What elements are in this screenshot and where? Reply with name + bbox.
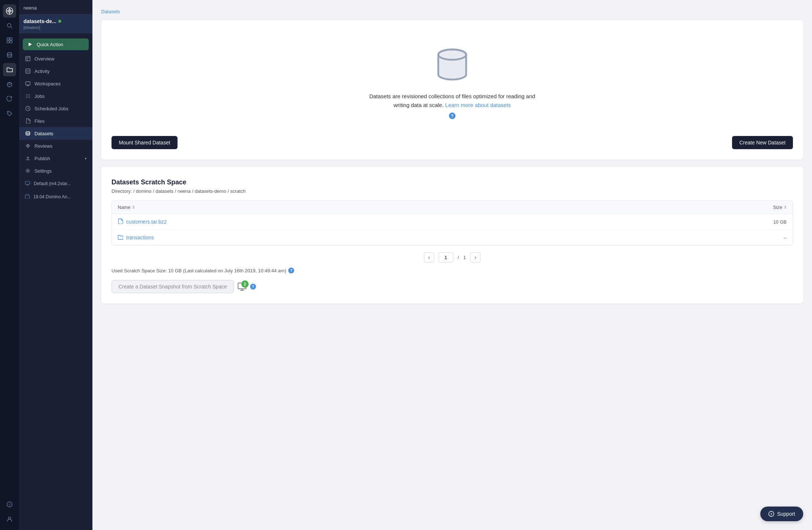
file-link-customers[interactable]: customers.tar.bz2 [118, 218, 167, 225]
nav-quick-action[interactable]: Quick Action [23, 38, 89, 50]
scheduled-jobs-icon [25, 106, 31, 111]
size-sort-icon: ⇕ [784, 205, 787, 209]
breadcrumb[interactable]: Datasets [101, 9, 803, 14]
project-block[interactable]: datasets-de... [Ideation] [19, 15, 92, 33]
svg-text:?: ? [770, 512, 772, 516]
cube-icon-sidebar[interactable] [3, 78, 16, 91]
nav-settings[interactable]: Settings [19, 165, 92, 177]
svg-point-43 [28, 146, 29, 147]
table-row: transactions -- [112, 230, 793, 245]
file-link-transactions[interactable]: transactions [118, 234, 154, 241]
nav-jobs[interactable]: Jobs [19, 90, 92, 102]
monitor-icon-wrap: 2 [238, 283, 246, 291]
table-row: customers.tar.bz2 10 GB [112, 214, 793, 230]
create-new-dataset-button[interactable]: Create New Dataset [732, 136, 793, 149]
database-hero-icon [434, 47, 471, 83]
nav-publish[interactable]: Publish ▾ [19, 152, 92, 165]
hardware-default[interactable]: Default (m4.2xlar... [19, 177, 92, 190]
svg-rect-20 [26, 56, 30, 61]
scratch-title: Datasets Scratch Space [111, 178, 793, 186]
files-icon [25, 118, 31, 124]
svg-rect-23 [26, 69, 30, 73]
hero-description: Datasets are revisioned collections of f… [364, 92, 540, 110]
name-sort-icon: ⇕ [132, 205, 135, 209]
nav-scheduled-jobs-label: Scheduled Jobs [34, 106, 87, 111]
sidebar-header: neena [19, 0, 92, 15]
svg-point-29 [26, 94, 27, 95]
folder-icon-transactions [118, 234, 123, 241]
reviews-icon [25, 143, 31, 149]
monitor-badge: 2 [241, 280, 249, 288]
folder-icon-sidebar[interactable] [3, 63, 16, 76]
file-size-customers: 10 GB [773, 219, 787, 225]
pagination: ‹ / 1 › [111, 252, 793, 262]
nav-overview[interactable]: Overview [19, 52, 92, 65]
nav-workspaces[interactable]: Workspaces [19, 77, 92, 90]
jobs-icon [25, 93, 31, 99]
sync-icon-sidebar[interactable] [3, 92, 16, 106]
svg-text:?: ? [8, 503, 11, 507]
svg-point-36 [28, 97, 28, 98]
search-icon-sidebar[interactable] [3, 19, 16, 32]
nav-datasets[interactable]: Datasets [19, 127, 92, 140]
svg-point-10 [7, 53, 12, 55]
tag-icon-sidebar[interactable] [3, 107, 16, 120]
svg-point-15 [8, 113, 9, 113]
nav-reviews[interactable]: Reviews [19, 140, 92, 152]
nav-jobs-label: Jobs [34, 93, 87, 99]
nav-scheduled-jobs[interactable]: Scheduled Jobs [19, 102, 92, 115]
mount-shared-dataset-button[interactable]: Mount Shared Dataset [111, 136, 178, 149]
sidebar: neena datasets-de... [Ideation] Quick Ac… [19, 0, 92, 530]
main-content: Datasets Datasets are revisioned collect… [92, 0, 812, 530]
page-input[interactable] [439, 252, 453, 262]
scratch-help-icon[interactable]: ? [288, 268, 294, 273]
help-icon-sidebar[interactable]: ? [3, 498, 16, 511]
svg-line-5 [11, 27, 12, 28]
nav-activity[interactable]: Activity [19, 65, 92, 77]
nav-activity-label: Activity [34, 69, 87, 74]
snapshot-button[interactable]: Create a Dataset Snapshot from Scratch S… [111, 280, 234, 293]
learn-more-link[interactable]: Learn more about datasets [445, 102, 511, 108]
col-name-header[interactable]: Name ⇕ [118, 205, 135, 210]
nav-files-label: Files [34, 118, 87, 124]
svg-point-18 [8, 517, 11, 519]
support-button[interactable]: ? Support [760, 507, 803, 521]
svg-point-42 [26, 144, 29, 147]
file-table-header: Name ⇕ Size ⇕ [112, 201, 793, 214]
svg-point-35 [26, 97, 27, 98]
svg-marker-19 [29, 43, 32, 46]
nav-publish-label: Publish [34, 156, 81, 161]
hardware-default-label: Default (m4.2xlar... [34, 181, 71, 186]
col-size-header[interactable]: Size ⇕ [773, 205, 787, 210]
project-name: datasets-de... [23, 18, 88, 24]
page-divider: / [458, 255, 459, 260]
user-icon-sidebar[interactable] [3, 512, 16, 526]
icon-sidebar: ? [0, 0, 19, 530]
sidebar-username: neena [23, 5, 37, 11]
hero-section: Datasets are revisioned collections of f… [111, 32, 793, 130]
activity-icon [25, 68, 31, 74]
nav-files[interactable]: Files [19, 115, 92, 127]
database-icon-sidebar[interactable] [3, 48, 16, 62]
page-prev-button[interactable]: ‹ [424, 252, 434, 262]
svg-rect-7 [10, 38, 12, 40]
hero-actions: Mount Shared Dataset Create New Dataset [111, 130, 793, 149]
scratch-space-card: Datasets Scratch Space Directory: / domi… [101, 167, 803, 303]
sidebar-logo[interactable] [3, 4, 16, 18]
svg-line-13 [10, 84, 12, 85]
svg-point-46 [27, 170, 29, 172]
grid-icon-sidebar[interactable] [3, 34, 16, 47]
svg-rect-47 [25, 181, 30, 184]
svg-point-41 [26, 132, 30, 133]
hero-help-icon[interactable]: ? [449, 113, 456, 119]
file-table: Name ⇕ Size ⇕ customers. [111, 200, 793, 246]
snapshot-help-icon[interactable]: ? [250, 284, 256, 290]
svg-point-4 [7, 23, 11, 27]
hardware-domino[interactable]: 18.04 Domino An... [19, 190, 92, 203]
file-size-transactions: -- [783, 235, 787, 240]
svg-point-32 [26, 96, 27, 96]
scratch-directory: Directory: / domino / datasets / neena /… [111, 188, 793, 194]
project-status-dot [58, 20, 61, 23]
quick-action-label: Quick Action [37, 42, 84, 47]
page-next-button[interactable]: › [470, 252, 480, 262]
